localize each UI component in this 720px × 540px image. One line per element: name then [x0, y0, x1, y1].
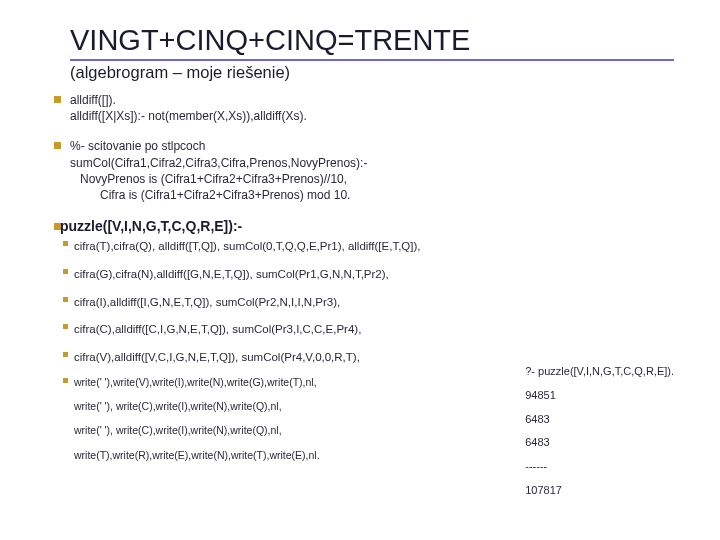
write-line: write(T),write(R),write(E),write(N),writ…: [74, 448, 515, 462]
output-line: 94851: [525, 389, 674, 403]
output-query: ?- puzzle([V,I,N,G,T,C,Q,R,E]).: [525, 365, 674, 379]
bullet-icon: [63, 352, 68, 357]
puzzle-line: cifra(V),alldiff([V,C,I,G,N,E,T,Q]), sum…: [74, 351, 360, 363]
puzzle-line: cifra(T),cifra(Q), alldiff([T,Q]), sumCo…: [74, 240, 421, 252]
output-line: 107817: [525, 484, 674, 498]
bullet-icon: [63, 297, 68, 302]
puzzle-head: puzzle([V,I,N,G,T,C,Q,R,E]):-: [60, 217, 674, 236]
bullet-icon: [63, 324, 68, 329]
alldiff-block: alldiff([]). alldiff([X|Xs]):- not(membe…: [70, 92, 674, 124]
alldiff-code: alldiff([]). alldiff([X|Xs]):- not(membe…: [70, 92, 674, 124]
bullet-icon: [54, 142, 61, 149]
write-block: write(' '),write(V),write(I),write(N),wr…: [74, 375, 515, 508]
puzzle-body: cifra(T),cifra(Q), alldiff([T,Q]), sumCo…: [60, 238, 674, 518]
puzzle-block: puzzle([V,I,N,G,T,C,Q,R,E]):- cifra(T),c…: [60, 217, 674, 517]
puzzle-line: cifra(C),alldiff([C,I,G,N,E,T,Q]), sumCo…: [74, 323, 361, 335]
bullet-icon: [63, 241, 68, 246]
write-line: write(' '), write(C),write(I),write(N),w…: [74, 399, 515, 413]
output-line: ------: [525, 460, 674, 474]
write-line: write(' '), write(C),write(I),write(N),w…: [74, 423, 515, 437]
bullet-icon: [63, 378, 68, 383]
puzzle-line: cifra(I),alldiff([I,G,N,E,T,Q]), sumCol(…: [74, 296, 340, 308]
slide-title: VINGT+CINQ+CINQ=TRENTE: [70, 24, 674, 57]
title-rule: [70, 59, 674, 61]
bullet-icon: [54, 223, 61, 230]
puzzle-line: cifra(G),cifra(N),alldiff([G,N,E,T,Q]), …: [74, 268, 389, 280]
bullet-icon: [54, 96, 61, 103]
slide-subtitle: (algebrogram – moje riešenie): [70, 63, 674, 82]
output-line: 6483: [525, 413, 674, 427]
output-line: 6483: [525, 436, 674, 450]
output-block: ?- puzzle([V,I,N,G,T,C,Q,R,E]). 94851 64…: [515, 365, 674, 508]
write-line: write(' '),write(V),write(I),write(N),wr…: [74, 375, 515, 389]
bullet-icon: [63, 269, 68, 274]
sumcol-code: %- scitovanie po stlpcoch sumCol(Cifra1,…: [70, 138, 674, 203]
scitovanie-block: %- scitovanie po stlpcoch sumCol(Cifra1,…: [70, 138, 674, 203]
